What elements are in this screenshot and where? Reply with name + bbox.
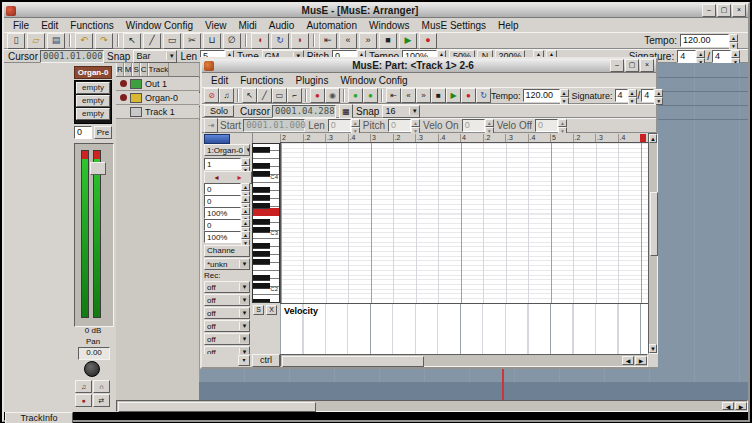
spin-arrows[interactable] <box>351 119 360 132</box>
redo-icon[interactable]: ↷ <box>95 33 113 49</box>
piano-keyboard[interactable]: C4C3C2 <box>252 143 280 303</box>
pianoroll-grid[interactable] <box>280 143 648 303</box>
spin-arrows[interactable] <box>729 34 738 47</box>
loop-icon[interactable]: ↻ <box>476 88 491 103</box>
new-file-icon[interactable]: ▯ <box>7 33 25 49</box>
port-combo[interactable]: *unkn <box>204 258 250 270</box>
signature-numerator[interactable]: 4 <box>677 50 696 63</box>
eraser-tool-icon[interactable]: ▭ <box>163 33 181 49</box>
menu-help[interactable]: Help <box>492 19 525 32</box>
signature-numerator-spinbox[interactable]: 4 <box>677 50 705 63</box>
menu-view[interactable]: View <box>199 19 233 32</box>
record-indicator[interactable] <box>120 94 127 101</box>
menu-automation[interactable]: Automation <box>300 19 363 32</box>
velo-on-spinbox[interactable]: 0 <box>462 119 494 132</box>
arranger-hscrollbar[interactable]: ◀ ▶ <box>116 400 748 412</box>
pr-sig-numerator[interactable]: 4 <box>615 89 628 102</box>
velocity-lane[interactable] <box>280 303 648 354</box>
spin-arrows[interactable] <box>560 89 569 102</box>
follow-song-icon[interactable]: ● <box>363 88 378 103</box>
spin-arrows[interactable] <box>241 183 250 195</box>
pr-tempo-value[interactable]: 120.00 <box>523 89 560 102</box>
black-key[interactable] <box>253 163 270 169</box>
black-key[interactable] <box>253 227 270 233</box>
delay-spinbox[interactable]: 0 <box>204 195 250 207</box>
stop-icon[interactable]: ■ <box>431 88 446 103</box>
play-events-icon[interactable]: ● <box>348 88 363 103</box>
scroll-right-button[interactable]: ▶ <box>735 402 747 410</box>
eraser-tool-icon[interactable]: ▭ <box>272 88 287 103</box>
pr-snap-combo[interactable]: 16 <box>382 105 420 118</box>
event-start-icon[interactable]: ⇥ <box>204 118 218 133</box>
spin-arrows[interactable] <box>241 231 250 243</box>
part-track-combo[interactable]: 1:Organ-0 <box>204 144 250 156</box>
rewind-icon[interactable]: « <box>339 33 357 49</box>
black-key[interactable] <box>253 219 270 225</box>
velocity-offset-value[interactable]: 0 <box>204 183 241 195</box>
spin-arrows[interactable] <box>654 89 663 102</box>
controller-solo-button[interactable]: S <box>253 305 264 315</box>
solo-button[interactable]: Solo <box>204 105 234 117</box>
record-icon[interactable]: ● <box>461 88 476 103</box>
record-indicator[interactable] <box>120 80 127 87</box>
hscroll-thumb[interactable] <box>118 402 316 412</box>
scroll-down-button[interactable]: ▼ <box>649 344 657 353</box>
record-strip-button[interactable]: ● <box>75 394 92 407</box>
play-icon[interactable]: ▶ <box>446 88 461 103</box>
record-icon[interactable]: ● <box>419 33 437 49</box>
vscroll-thumb[interactable] <box>650 192 658 256</box>
spin-arrows[interactable] <box>411 119 420 132</box>
menu-muse-settings[interactable]: MusE Settings <box>416 19 492 32</box>
window-titlebar[interactable]: MusE - [MusE: Arranger] –▢× <box>4 4 748 18</box>
black-key[interactable] <box>253 203 270 209</box>
loop-icon[interactable]: ↻ <box>271 33 289 49</box>
pre-button[interactable]: Pre <box>94 126 112 139</box>
shift-value[interactable]: 0 <box>204 219 241 231</box>
pencil-tool-icon[interactable]: ╱ <box>143 33 161 49</box>
controller-close-button[interactable]: X <box>266 305 277 315</box>
velocity-offset-spinbox[interactable]: 0 <box>204 183 250 195</box>
pr-menu-plugins[interactable]: Plugins <box>290 74 335 87</box>
save-file-icon[interactable]: ▤ <box>47 33 65 49</box>
mute-tool-icon[interactable]: ∅ <box>223 33 241 49</box>
tempo-spinbox[interactable]: 120.00 <box>680 34 738 47</box>
step-record-icon[interactable]: ● <box>310 88 325 103</box>
punch-in-icon[interactable]: ◖ <box>251 33 269 49</box>
spin-arrows[interactable] <box>241 158 250 170</box>
headphone-strip-button[interactable]: ∩ <box>93 380 110 393</box>
velo-on-value[interactable]: 0 <box>462 119 485 132</box>
open-file-icon[interactable]: ▱ <box>27 33 45 49</box>
black-key[interactable] <box>253 259 270 265</box>
transpose-value[interactable]: 1 <box>204 158 241 170</box>
patch-empty-button[interactable]: empty <box>76 82 110 94</box>
event-len-value[interactable]: 0 <box>328 119 351 132</box>
channel-button[interactable]: Channe <box>204 245 250 257</box>
controller-combo[interactable]: off <box>204 294 250 306</box>
black-key[interactable] <box>253 147 270 153</box>
line-tool-icon[interactable]: ⌐ <box>287 88 302 103</box>
pr-hscroll-thumb[interactable] <box>282 356 424 367</box>
pr-sig-denominator-spinbox[interactable]: 4 <box>641 89 663 102</box>
goto-start-icon[interactable]: ⇤ <box>319 33 337 49</box>
controller-combo[interactable]: off <box>204 320 250 332</box>
event-pitch-value[interactable]: 0 <box>388 119 411 132</box>
spin-arrows[interactable] <box>731 50 740 63</box>
signature-denominator[interactable]: 4 <box>712 50 731 63</box>
spin-arrows[interactable] <box>241 207 250 219</box>
menu-windows[interactable]: Windows <box>363 19 416 32</box>
length-spinbox[interactable]: 100% <box>204 207 250 219</box>
spin-arrows[interactable] <box>558 119 567 132</box>
undo-icon[interactable]: ↶ <box>75 33 93 49</box>
pr-sig-denominator[interactable]: 4 <box>641 89 654 102</box>
spin-arrows[interactable] <box>485 119 494 132</box>
patch-empty-button[interactable]: empty <box>76 95 110 107</box>
spin-arrows[interactable] <box>696 50 705 63</box>
pr-menu-edit[interactable]: Edit <box>205 74 234 87</box>
spin-arrows[interactable] <box>241 219 250 231</box>
velo-off-value[interactable]: 0 <box>535 119 558 132</box>
pr-scroll-left-button[interactable]: ◀ <box>622 356 634 365</box>
pr-close-button[interactable]: × <box>640 59 654 72</box>
pr-sig-numerator-spinbox[interactable]: 4 <box>615 89 637 102</box>
rewind-icon[interactable]: « <box>401 88 416 103</box>
controls-toggle-button[interactable] <box>204 134 230 144</box>
